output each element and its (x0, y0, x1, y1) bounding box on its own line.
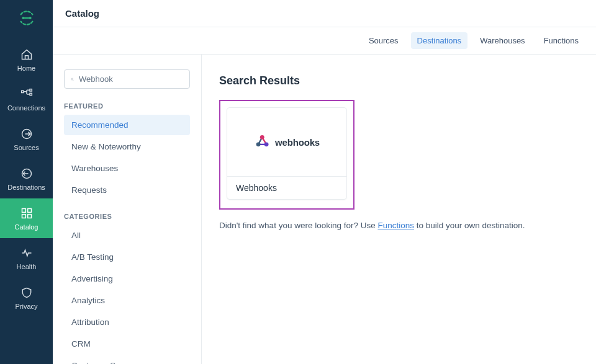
webhooks-logo: webhooks (254, 134, 320, 150)
webhooks-icon (254, 134, 271, 150)
catalog-tabs: Sources Destinations Warehouses Function… (53, 27, 596, 55)
svg-point-2 (29, 17, 30, 19)
result-card-webhooks[interactable]: webhooks Webhooks (227, 107, 347, 200)
filter-sidebar: FEATURED Recommended New & Noteworthy Wa… (53, 55, 202, 364)
content-area: FEATURED Recommended New & Noteworthy Wa… (53, 55, 596, 364)
cta-prefix: Didn't find what you were looking for? U… (219, 221, 377, 230)
results-heading: Search Results (219, 74, 579, 87)
brand-logo (17, 9, 36, 27)
catalog-icon (20, 207, 33, 220)
category-item[interactable]: Customer Success (64, 355, 190, 364)
svg-point-12 (71, 78, 73, 80)
webhooks-logo-text: webhooks (275, 137, 320, 148)
nav-label: Health (17, 263, 37, 270)
category-item[interactable]: Analytics (64, 290, 190, 311)
nav-label: Sources (14, 144, 38, 151)
svg-rect-8 (22, 209, 25, 213)
featured-label: FEATURED (64, 102, 190, 110)
main-nav: Home Connections Sources Destinations Ca… (0, 0, 53, 364)
destinations-icon (20, 167, 33, 180)
categories-label: CATEGORIES (64, 213, 190, 220)
category-item[interactable]: A/B Testing (64, 247, 190, 267)
featured-item-requests[interactable]: Requests (64, 180, 190, 200)
nav-label: Catalog (15, 223, 38, 231)
svg-line-13 (73, 79, 73, 80)
sources-icon (20, 128, 33, 140)
functions-link[interactable]: Functions (377, 221, 414, 230)
nav-label: Privacy (15, 303, 37, 310)
category-item[interactable]: Advertising (64, 269, 190, 289)
tab-destinations[interactable]: Destinations (411, 32, 468, 49)
nav-item-privacy[interactable]: Privacy (0, 278, 53, 317)
nav-item-catalog[interactable]: Catalog (0, 198, 53, 238)
health-icon (20, 247, 33, 259)
tab-functions[interactable]: Functions (538, 32, 585, 49)
category-item[interactable]: All (64, 225, 190, 246)
svg-rect-10 (22, 215, 25, 218)
cta-suffix: to build your own destination. (414, 221, 525, 230)
privacy-icon (20, 286, 33, 299)
search-icon (71, 75, 74, 84)
svg-point-15 (256, 142, 261, 146)
nav-label: Home (17, 64, 35, 72)
categories-list: All A/B Testing Advertising Analytics At… (64, 225, 190, 364)
connections-icon (20, 88, 33, 100)
card-body: webhooks (227, 108, 346, 176)
nav-item-connections[interactable]: Connections (0, 79, 53, 119)
svg-rect-11 (27, 215, 31, 218)
nav-item-health[interactable]: Health (0, 238, 53, 278)
page-title: Catalog (65, 8, 99, 19)
results-cta: Didn't find what you were looking for? U… (219, 221, 579, 230)
svg-rect-9 (27, 209, 31, 213)
svg-point-16 (264, 142, 269, 146)
svg-rect-3 (21, 91, 23, 92)
search-input[interactable] (79, 74, 183, 84)
result-highlight: webhooks Webhooks (219, 100, 354, 210)
featured-item-warehouses[interactable]: Warehouses (64, 158, 190, 179)
home-icon (20, 48, 33, 61)
svg-point-14 (260, 135, 264, 140)
nav-label: Destinations (7, 184, 45, 191)
main-region: Catalog Sources Destinations Warehouses … (53, 0, 596, 364)
card-label: Webhooks (227, 176, 346, 199)
nav-item-sources[interactable]: Sources (0, 119, 53, 159)
search-box[interactable] (64, 69, 190, 89)
nav-label: Connections (7, 104, 45, 112)
featured-item-new[interactable]: New & Noteworthy (64, 136, 190, 157)
featured-item-recommended[interactable]: Recommended (64, 115, 190, 135)
tab-sources[interactable]: Sources (363, 32, 405, 49)
category-item[interactable]: Attribution (64, 312, 190, 332)
tab-warehouses[interactable]: Warehouses (474, 32, 531, 49)
svg-rect-5 (30, 93, 32, 95)
results-panel: Search Results (202, 55, 596, 364)
category-item[interactable]: CRM (64, 334, 190, 354)
svg-point-1 (22, 17, 24, 19)
nav-item-home[interactable]: Home (0, 40, 53, 79)
featured-list: Recommended New & Noteworthy Warehouses … (64, 115, 190, 200)
svg-rect-4 (30, 89, 32, 91)
nav-item-destinations[interactable]: Destinations (0, 159, 53, 198)
page-header: Catalog (53, 0, 596, 27)
